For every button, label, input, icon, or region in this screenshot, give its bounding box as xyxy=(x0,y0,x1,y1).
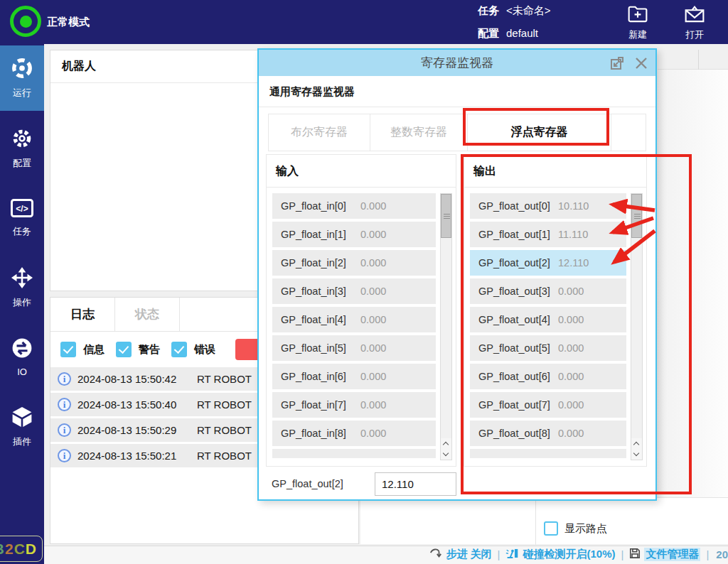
register-value: 0.000 xyxy=(558,371,584,382)
output-register-panel: 输出 GP_float_out[0]10.110 GP_float_out[1]… xyxy=(464,154,647,467)
sidebar-item-io[interactable]: IO xyxy=(0,325,44,390)
register-name: GP_float_out[6] xyxy=(478,371,558,382)
register-row[interactable]: GP_float_in[5]0.000 xyxy=(272,335,436,361)
show-waypoints-checkbox[interactable] xyxy=(544,521,558,536)
logo-letter: D xyxy=(26,541,37,558)
register-monitor-dialog: 寄存器监视器 通用寄存器监视器 布尔寄存器 整数寄存器 xyxy=(257,48,657,501)
open-file-icon xyxy=(684,4,705,26)
register-row-selected[interactable]: GP_float_out[2]12.110 xyxy=(470,250,626,276)
register-name: GP_float_out[7] xyxy=(478,399,558,411)
warning-checkbox[interactable] xyxy=(116,342,132,357)
register-row[interactable]: GP_float_in[6]0.000 xyxy=(272,364,436,389)
register-row[interactable]: GP_float_in[8]0.000 xyxy=(272,421,436,446)
register-row[interactable]: GP_float_out[4]0.000 xyxy=(470,307,626,332)
register-row[interactable]: GP_float_out[8]0.000 xyxy=(470,421,626,446)
file-manager-button[interactable]: 文件管理器 xyxy=(629,548,700,561)
register-value: 0.000 xyxy=(360,428,386,439)
tab-bool-register[interactable]: 布尔寄存器 xyxy=(269,114,370,151)
register-row[interactable]: GP_float_out[6]0.000 xyxy=(470,364,626,389)
sidebar-item-plugin[interactable]: 插件 xyxy=(0,394,44,460)
log-source: RT ROBOT xyxy=(197,398,258,411)
register-row[interactable]: GP_float_out[1]11.110 xyxy=(470,222,626,247)
error-checkbox[interactable] xyxy=(171,342,187,357)
open-button[interactable]: 打开 xyxy=(673,3,717,43)
register-value: 0.000 xyxy=(558,342,584,354)
tab-status[interactable]: 状态 xyxy=(115,298,180,331)
move-arrows-icon xyxy=(11,267,33,291)
top-bar: 正常模式 任务<未命名> 配置default 新建 xyxy=(0,0,728,44)
config-label: 配置 xyxy=(478,27,499,39)
tab-log[interactable]: 日志 xyxy=(50,298,115,331)
sidebar-item-label: 操作 xyxy=(13,296,31,309)
tab-int-register[interactable]: 整数寄存器 xyxy=(370,114,468,151)
sidebar-item-config[interactable]: 配置 xyxy=(0,116,44,181)
close-icon[interactable] xyxy=(633,55,650,72)
tab-float-register[interactable]: 浮点寄存器 xyxy=(468,114,611,151)
scrollbar-thumb[interactable] xyxy=(441,194,451,238)
scroll-down-button[interactable] xyxy=(631,449,642,460)
register-name: GP_float_in[6] xyxy=(281,371,360,382)
input-register-panel: 输入 GP_float_in[0]0.000 GP_float_in[1]0.0… xyxy=(266,154,456,467)
sidebar-item-run[interactable]: 运行 xyxy=(0,45,44,111)
register-row[interactable]: GP_float_in[7]0.000 xyxy=(272,392,436,418)
b2cd-logo: B 2 C D xyxy=(0,536,43,562)
step-arrow-icon xyxy=(429,547,442,562)
register-value: 0.000 xyxy=(558,286,584,297)
output-register-list: GP_float_out[0]10.110 GP_float_out[1]11.… xyxy=(464,188,646,465)
output-scrollbar[interactable] xyxy=(631,193,643,460)
register-name: GP_float_in[1] xyxy=(281,229,360,240)
svg-text:</>: </> xyxy=(16,204,28,214)
register-value: 0.000 xyxy=(360,257,386,269)
warning-checkbox-label: 警告 xyxy=(139,343,160,357)
sidebar-item-task[interactable]: </> 任务 xyxy=(0,185,44,251)
mode-label: 正常模式 xyxy=(47,16,90,29)
restore-window-icon[interactable] xyxy=(609,55,626,72)
task-label: 任务 xyxy=(478,4,499,16)
log-time: 2024-08-13 15:50:40 xyxy=(77,398,197,411)
statusbar-separator: | xyxy=(621,548,624,560)
register-name: GP_float_in[0] xyxy=(281,200,360,212)
sidebar-item-label: 运行 xyxy=(13,87,31,99)
register-value: 0.000 xyxy=(360,314,386,325)
tab-filler xyxy=(611,114,646,151)
register-editor-label: GP_float_out[2] xyxy=(272,478,375,489)
scroll-up-button[interactable] xyxy=(441,438,451,449)
task-indicator: 任务<未命名> xyxy=(478,4,551,18)
register-value: 0.000 xyxy=(360,342,386,354)
show-waypoints-row: 显示路点 xyxy=(544,521,607,536)
register-name: GP_float_in[2] xyxy=(281,257,360,269)
collision-detection-toggle[interactable]: 碰撞检测开启(10%) xyxy=(505,547,615,562)
app-window: 正常模式 任务<未命名> 配置default 新建 xyxy=(0,0,728,564)
register-row[interactable]: GP_float_in[4]0.000 xyxy=(272,307,436,332)
register-row[interactable]: GP_float_out[3]0.000 xyxy=(470,278,626,304)
register-row[interactable]: GP_float_out[0]10.110 xyxy=(470,193,626,219)
register-value: 0.000 xyxy=(558,428,584,439)
scrollbar-thumb[interactable] xyxy=(631,194,642,238)
register-row[interactable]: GP_float_out[7]0.000 xyxy=(470,392,626,418)
register-row[interactable]: GP_float_out[5]0.000 xyxy=(470,335,626,361)
new-button[interactable]: 新建 xyxy=(616,3,660,43)
register-row[interactable]: GP_float_in[2]0.000 xyxy=(272,250,436,276)
register-name: GP_float_out[5] xyxy=(478,342,558,354)
register-row[interactable]: GP_float_in[3]0.000 xyxy=(272,278,436,304)
sidebar-item-operate[interactable]: 操作 xyxy=(0,255,44,320)
register-name: GP_float_out[3] xyxy=(478,286,558,297)
register-tab-bar: 布尔寄存器 整数寄存器 浮点寄存器 xyxy=(268,114,646,151)
input-scrollbar[interactable] xyxy=(440,193,452,460)
output-panel-title: 输出 xyxy=(464,155,646,188)
code-icon: </> xyxy=(11,199,33,220)
register-row[interactable]: GP_float_in[0]0.000 xyxy=(272,193,436,219)
sidebar-item-label: 任务 xyxy=(13,225,31,238)
info-checkbox[interactable] xyxy=(60,342,76,357)
register-value-input[interactable] xyxy=(375,472,456,496)
register-row[interactable]: GP_float_in[1]0.000 xyxy=(272,222,436,247)
bottom-panels: 显示路点 xyxy=(360,497,728,544)
cube-icon xyxy=(11,406,33,430)
step-toggle[interactable]: 步进 关闭 xyxy=(429,547,491,562)
scroll-down-button[interactable] xyxy=(441,449,451,460)
register-name: GP_float_out[0] xyxy=(478,200,558,212)
register-value: 11.110 xyxy=(558,229,588,240)
register-value: 12.110 xyxy=(558,257,589,269)
scroll-up-button[interactable] xyxy=(631,438,642,449)
dialog-title: 寄存器监视器 xyxy=(259,55,655,71)
